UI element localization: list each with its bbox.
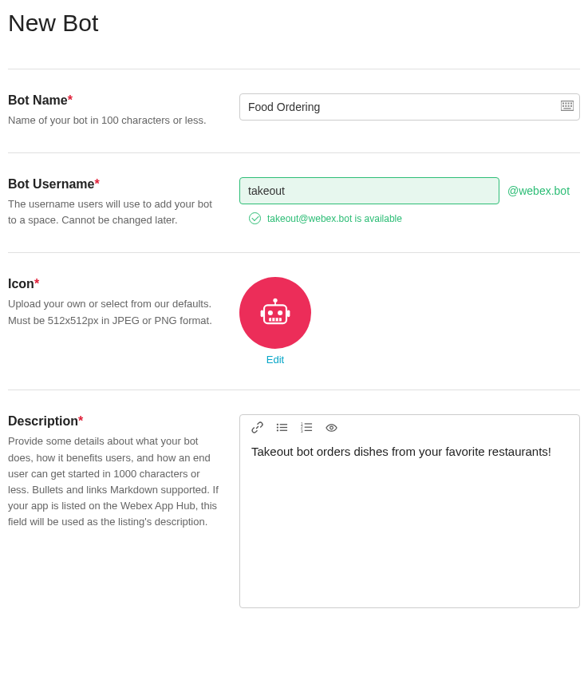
availability-text: takeout@webex.bot is available [267,213,402,224]
svg-text:3: 3 [301,429,303,433]
bot-avatar[interactable] [239,277,311,349]
svg-point-25 [277,430,278,432]
bot-name-label: Bot Name* [8,93,223,108]
description-label: Description* [8,414,223,429]
bot-username-input[interactable] [239,177,499,204]
svg-rect-1 [562,103,564,105]
editor-toolbar: 1 2 3 [240,415,579,440]
svg-point-14 [278,310,282,315]
svg-point-23 [277,427,278,429]
bot-username-label: Bot Username* [8,177,223,192]
check-circle-icon [249,212,261,224]
svg-point-33 [330,426,333,429]
svg-rect-8 [570,105,572,107]
description-editor: 1 2 3 Takeout bot orders dishes from y [239,414,580,608]
description-help: Provide some details about what your bot… [8,433,223,530]
icon-label: Icon* [8,277,223,291]
svg-rect-22 [280,425,287,425]
bot-name-help: Name of your bot in 100 characters or le… [8,113,223,129]
svg-rect-4 [570,103,572,105]
bot-username-help: The username users will use to add your … [8,196,223,228]
keyboard-icon [561,101,574,113]
svg-point-21 [277,424,278,425]
svg-rect-3 [568,103,570,105]
svg-rect-9 [563,108,570,109]
preview-icon[interactable] [326,421,337,433]
section-description: Description* Provide some details about … [8,390,580,632]
svg-rect-26 [280,430,287,431]
required-asterisk: * [34,277,39,291]
link-icon[interactable] [251,421,263,433]
svg-rect-2 [565,103,566,105]
svg-rect-24 [280,427,287,428]
required-asterisk: * [78,414,83,428]
svg-rect-6 [565,105,566,107]
edit-icon-link[interactable]: Edit [266,354,284,366]
section-bot-username: Bot Username* The username users will us… [8,152,580,252]
section-icon: Icon* Upload your own or select from our… [8,252,580,390]
svg-rect-20 [287,310,290,318]
description-textarea[interactable]: Takeout bot orders dishes from your favo… [240,440,579,607]
page-title: New Bot [8,8,580,37]
required-asterisk: * [68,93,73,107]
robot-icon [258,296,292,330]
svg-rect-30 [305,427,312,428]
ordered-list-icon[interactable]: 1 2 3 [301,421,313,433]
username-suffix: @webex.bot [507,184,570,197]
svg-rect-19 [261,310,264,318]
svg-rect-7 [568,105,570,107]
svg-rect-28 [305,424,312,425]
svg-point-10 [273,299,277,303]
svg-rect-5 [562,105,564,107]
icon-help: Upload your own or select from our defau… [8,296,223,328]
section-bot-name: Bot Name* Name of your bot in 100 charac… [8,69,580,152]
svg-point-13 [268,310,273,315]
svg-rect-32 [305,430,312,431]
required-asterisk: * [94,177,99,191]
availability-message: takeout@webex.bot is available [249,212,580,224]
bot-name-input[interactable] [239,93,580,121]
unordered-list-icon[interactable] [276,421,288,433]
